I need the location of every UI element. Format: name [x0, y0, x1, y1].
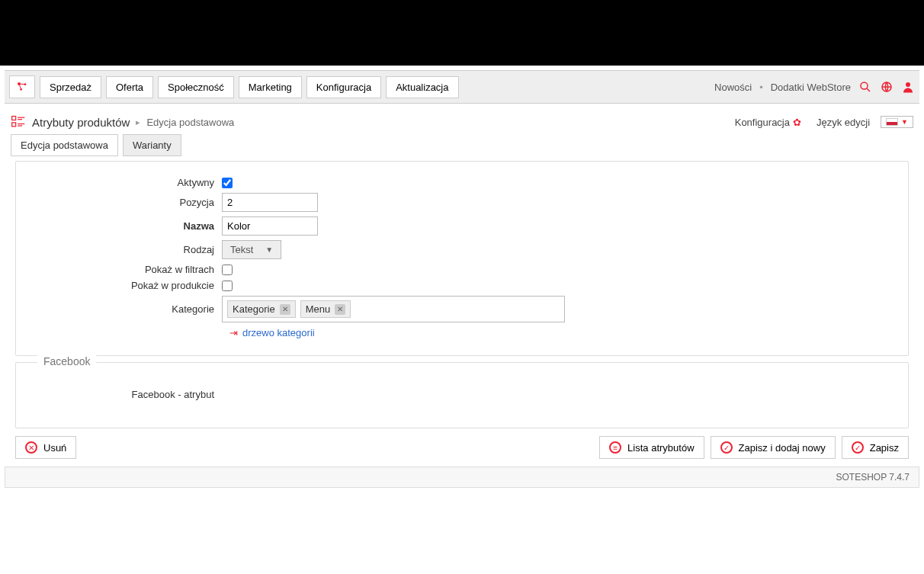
svg-rect-7: [12, 117, 16, 120]
label-active: Aktywny: [24, 177, 222, 188]
svg-rect-8: [12, 123, 16, 127]
main-toolbar: Sprzedaż Oferta Społeczność Marketing Ko…: [5, 70, 919, 104]
nav-marketing[interactable]: Marketing: [239, 76, 302, 98]
checkbox-active[interactable]: [222, 178, 233, 188]
user-icon[interactable]: [901, 80, 915, 94]
addons-link[interactable]: Dodatki WebStore: [771, 82, 851, 93]
save-button[interactable]: ✓ Zapisz: [842, 436, 909, 459]
page-subtitle: Edycja podstawowa: [146, 117, 234, 128]
delete-button[interactable]: ✕ Usuń: [15, 436, 76, 459]
tree-categories-link[interactable]: ⇥ drzewo kategorii: [229, 327, 900, 338]
tag-kategorie: Kategorie ✕: [227, 300, 296, 318]
nav-spolecznosc[interactable]: Społeczność: [158, 76, 234, 98]
attributes-icon: [11, 114, 26, 130]
label-position: Pozycja: [24, 197, 222, 208]
label-show-filters: Pokaż w filtrach: [24, 264, 222, 275]
tag-remove-icon[interactable]: ✕: [335, 304, 345, 315]
separator-dot: •: [759, 82, 763, 93]
flag-pl-icon: [886, 118, 898, 126]
nav-aktualizacja[interactable]: Aktualizacja: [386, 76, 458, 98]
globe-icon[interactable]: [880, 80, 894, 94]
list-icon: ≡: [609, 441, 621, 454]
action-bar: ✕ Usuń ≡ Lista atrybutów ✓ Zapisz i doda…: [15, 436, 909, 459]
chevron-down-icon: ▼: [901, 118, 908, 126]
dropdown-type[interactable]: Tekst ▼: [222, 240, 281, 259]
tabs: Edycja podstawowa Warianty: [0, 134, 924, 161]
config-link[interactable]: Konfiguracja ✿: [735, 117, 801, 128]
nav-konfiguracja[interactable]: Konfiguracja: [306, 76, 381, 98]
page-title: Atrybuty produktów: [32, 116, 130, 129]
logo-button[interactable]: [9, 75, 35, 98]
nav-oferta[interactable]: Oferta: [106, 76, 153, 98]
label-name: Nazwa: [24, 220, 222, 232]
input-name[interactable]: [222, 216, 318, 236]
tab-variants[interactable]: Warianty: [123, 134, 181, 156]
nav-sprzedaz[interactable]: Sprzedaż: [40, 76, 101, 98]
facebook-fieldset: Facebook Facebook - atrybut: [15, 362, 909, 428]
list-attributes-button[interactable]: ≡ Lista atrybutów: [599, 436, 704, 459]
top-black-bar: [0, 0, 924, 66]
tree-icon: ⇥: [229, 327, 238, 338]
save-and-new-button[interactable]: ✓ Zapisz i dodaj nowy: [711, 436, 836, 459]
version-text: SOTESHOP 7.4.7: [836, 472, 910, 483]
lang-label: Język edycji: [817, 117, 870, 128]
news-link[interactable]: Nowości: [714, 82, 752, 93]
tab-basic-edit[interactable]: Edycja podstawowa: [11, 134, 118, 156]
facebook-legend: Facebook: [37, 355, 96, 367]
checkbox-show-product[interactable]: [222, 281, 233, 291]
label-categories: Kategorie: [24, 303, 222, 315]
label-fb-attribute: Facebook - atrybut: [24, 389, 222, 400]
subheader: Atrybuty produktów ▸ Edycja podstawowa K…: [0, 108, 924, 134]
lang-select[interactable]: ▼: [881, 116, 913, 128]
tag-menu: Menu ✕: [300, 300, 351, 318]
delete-icon: ✕: [25, 441, 37, 454]
search-icon[interactable]: [858, 80, 872, 94]
form-panel: Aktywny Pozycja Nazwa Rodzaj Tekst ▼ Pok…: [15, 161, 909, 356]
svg-line-4: [867, 88, 870, 91]
caret-down-icon: ▼: [265, 245, 273, 254]
svg-point-3: [861, 82, 868, 89]
brand-icon: [16, 81, 28, 93]
checkbox-show-filters[interactable]: [222, 265, 233, 275]
check-icon: ✓: [852, 441, 864, 454]
svg-point-6: [906, 82, 910, 87]
tag-remove-icon[interactable]: ✕: [280, 304, 290, 315]
input-position[interactable]: [222, 193, 318, 212]
chevron-right-icon: ▸: [136, 117, 140, 127]
label-show-product: Pokaż w produkcie: [24, 280, 222, 291]
label-type: Rodzaj: [24, 244, 222, 255]
check-icon: ✓: [720, 441, 733, 454]
footer: SOTESHOP 7.4.7: [5, 467, 919, 488]
gear-icon: ✿: [793, 117, 801, 128]
tagbox-categories[interactable]: Kategorie ✕ Menu ✕: [222, 296, 565, 322]
